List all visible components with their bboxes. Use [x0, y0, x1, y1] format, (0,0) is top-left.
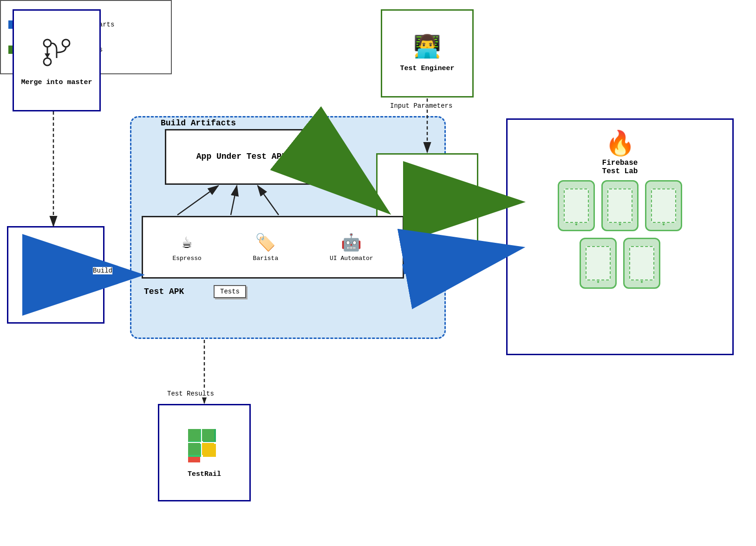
input-params-label: Input Parameters [390, 102, 452, 110]
build-label: Build [93, 267, 112, 274]
test-results-label: Test Results [167, 390, 214, 397]
svg-rect-17 [202, 429, 214, 441]
firebase-box: 🔥 FirebaseTest Lab [506, 118, 734, 355]
barista-item: 🏷️ Barista [253, 233, 279, 262]
phones-row-1 [558, 180, 682, 231]
phone-2 [601, 180, 639, 231]
svg-point-2 [44, 58, 51, 65]
aut-box: App Under Test APK [165, 129, 318, 185]
ui-automator-label: UI Automator [330, 255, 373, 262]
svg-rect-16 [188, 429, 200, 441]
svg-point-5 [51, 260, 60, 269]
merge-icon [38, 34, 75, 76]
svg-rect-20 [188, 457, 200, 462]
jenkins-sublabel: Web Interface [404, 219, 450, 226]
phone-4 [580, 238, 617, 289]
barista-label: Barista [253, 255, 279, 262]
jenkins-icon: 👴 [412, 178, 443, 208]
espresso-label: Espresso [172, 255, 201, 262]
diagram: Merge into master CI Build Artifacts App… [0, 0, 756, 546]
tests-badge: Tests [214, 285, 246, 298]
barista-icon: 🏷️ [255, 233, 276, 253]
phone-3 [645, 180, 682, 231]
test-apk-label: Test APK [144, 287, 184, 296]
artifacts-title: Build Artifacts [158, 118, 239, 128]
firebase-content: 🔥 FirebaseTest Lab [508, 120, 732, 354]
testrail-icon [186, 427, 223, 466]
engineer-box: 👨‍💻 Test Engineer [381, 9, 474, 98]
testrail-label: TestRail [188, 470, 221, 479]
aut-label: App Under Test APK [196, 151, 287, 162]
ui-automator-item: 🤖 UI Automator [330, 233, 373, 262]
engineer-icon: 👨‍💻 [413, 33, 441, 60]
firebase-icon: 🔥 [605, 129, 635, 159]
firebase-title: FirebaseTest Lab [602, 159, 638, 176]
espresso-item: ☕ Espresso [172, 233, 201, 262]
jenkins-label: Jenkins Job [404, 210, 450, 220]
testrail-box: TestRail [158, 404, 251, 501]
svg-point-0 [44, 39, 51, 47]
ci-label: CI [50, 292, 62, 306]
ui-automator-icon: 🤖 [341, 233, 362, 253]
phone-1 [558, 180, 595, 231]
espresso-icon: ☕ [182, 233, 192, 253]
frameworks-box: ☕ Espresso 🏷️ Barista 🤖 UI Automator [142, 216, 404, 279]
svg-rect-18 [188, 443, 200, 455]
ci-icon [35, 244, 77, 291]
svg-point-1 [62, 39, 70, 47]
merge-label: Merge into master [21, 78, 92, 87]
engineer-label: Test Engineer [400, 64, 454, 73]
svg-marker-4 [45, 53, 50, 58]
phones-row-2 [580, 238, 660, 289]
phone-5 [623, 238, 660, 289]
merge-box: Merge into master [13, 9, 101, 111]
ci-box: CI [7, 226, 104, 324]
svg-rect-19 [202, 443, 214, 455]
